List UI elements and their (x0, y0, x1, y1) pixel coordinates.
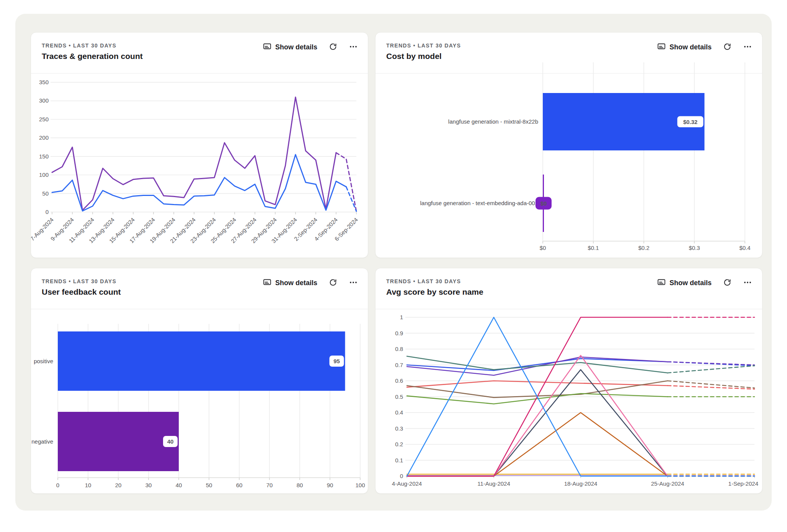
axis-labels: 0501001502002503003507-Aug-20249-Aug-202… (31, 79, 359, 244)
bar-negative[interactable] (58, 412, 179, 471)
svg-text:40: 40 (167, 438, 174, 445)
svg-text:4-Aug-2024: 4-Aug-2024 (392, 480, 422, 487)
svg-text:$0: $0 (540, 200, 547, 207)
dashboard-container: TRENDS • LAST 30 DAYS Traces & generatio… (15, 14, 772, 511)
svg-text:$0: $0 (540, 245, 546, 251)
svg-text:0.1: 0.1 (395, 457, 403, 463)
category-label: positive (34, 358, 53, 364)
svg-text:0: 0 (400, 473, 403, 479)
svg-text:1: 1 (400, 314, 403, 320)
svg-text:10: 10 (85, 482, 91, 488)
value-badge: 40 (163, 436, 178, 447)
svg-text:0.6: 0.6 (395, 377, 403, 384)
svg-text:0: 0 (46, 209, 49, 215)
svg-text:0.7: 0.7 (395, 362, 403, 368)
svg-text:0.9: 0.9 (395, 330, 403, 336)
avg-score-chart[interactable]: 00.10.20.30.40.50.60.70.80.914-Aug-20241… (376, 268, 763, 494)
value-badge: $0.32 (677, 116, 704, 128)
svg-text:95: 95 (333, 358, 340, 364)
svg-text:80: 80 (297, 482, 303, 488)
axis-labels: $0$0.1$0.2$0.3$0.4 (540, 245, 751, 251)
svg-text:0.3: 0.3 (395, 425, 403, 432)
svg-text:100: 100 (39, 171, 49, 178)
category-label: negative (31, 438, 53, 445)
value-badge: $0 (536, 197, 551, 209)
svg-text:$0.32: $0.32 (683, 119, 698, 125)
svg-text:70: 70 (266, 482, 273, 488)
axis-labels: 00.10.20.30.40.50.60.70.80.914-Aug-20241… (392, 314, 758, 487)
svg-text:25-Aug-2024: 25-Aug-2024 (651, 480, 684, 487)
svg-text:20: 20 (115, 482, 122, 488)
svg-text:0: 0 (56, 482, 59, 488)
svg-text:$0.4: $0.4 (739, 245, 750, 251)
dashboard-page: TRENDS • LAST 30 DAYS Traces & generatio… (0, 0, 787, 532)
svg-text:350: 350 (39, 79, 49, 85)
svg-text:0.4: 0.4 (395, 409, 403, 416)
card-user-feedback-count: TRENDS • LAST 30 DAYS User feedback coun… (31, 268, 368, 494)
axis-labels: 0102030405060708090100 (56, 482, 365, 488)
svg-text:0.2: 0.2 (395, 441, 403, 447)
svg-text:$0.1: $0.1 (588, 245, 599, 251)
svg-text:11-Aug-2024: 11-Aug-2024 (477, 480, 510, 487)
card-traces-generation-count: TRENDS • LAST 30 DAYS Traces & generatio… (31, 32, 368, 258)
svg-text:200: 200 (39, 134, 49, 141)
svg-text:50: 50 (42, 190, 49, 197)
svg-text:90: 90 (327, 482, 333, 488)
svg-text:60: 60 (236, 482, 243, 488)
bar-positive[interactable] (58, 331, 345, 391)
user-feedback-chart[interactable]: 0102030405060708090100positive95negative… (31, 268, 368, 494)
gridlines (405, 317, 754, 478)
gridlines (543, 62, 745, 243)
value-badge: 95 (329, 355, 345, 367)
svg-text:250: 250 (39, 116, 49, 122)
svg-text:300: 300 (39, 97, 49, 104)
series-lines (52, 97, 356, 211)
svg-text:50: 50 (206, 482, 212, 488)
svg-text:150: 150 (39, 153, 49, 160)
svg-text:1-Sep-2024: 1-Sep-2024 (728, 480, 758, 487)
svg-text:40: 40 (176, 482, 182, 488)
category-label: langfuse generation - mixtral-8x22b (448, 118, 538, 125)
svg-text:$0.3: $0.3 (689, 245, 700, 251)
category-label: langfuse generation - text-embedding-ada… (420, 200, 538, 206)
gridlines (51, 82, 356, 214)
traces-generation-chart[interactable]: 0501001502002503003507-Aug-20249-Aug-202… (31, 33, 368, 258)
card-avg-score-by-score-name: TRENDS • LAST 30 DAYS Avg score by score… (375, 268, 763, 494)
card-cost-by-model: TRENDS • LAST 30 DAYS Cost by model Show… (375, 32, 763, 258)
svg-text:$0.2: $0.2 (638, 245, 649, 251)
svg-text:0.8: 0.8 (395, 346, 403, 352)
svg-text:30: 30 (145, 482, 152, 488)
svg-text:0.5: 0.5 (395, 393, 403, 400)
cost-by-model-chart[interactable]: $0$0.1$0.2$0.3$0.4langfuse generation - … (376, 33, 763, 258)
svg-text:100: 100 (355, 482, 365, 488)
svg-text:18-Aug-2024: 18-Aug-2024 (564, 480, 598, 487)
